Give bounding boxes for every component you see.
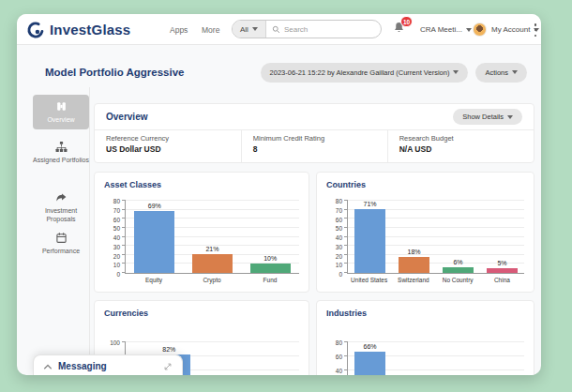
actions-dropdown-label: Actions (485, 68, 508, 77)
sidebar-item-overview[interactable]: Overview (33, 95, 89, 129)
sitemap-icon (55, 141, 68, 153)
overview-card: Overview Show Details Reference Currency… (94, 103, 534, 163)
countries-card: Countries 0102030405060708071%18%6%5%Uni… (316, 172, 534, 293)
header-actions: 2023-06-21 15:22 by Alexandre Gaillard (… (261, 63, 527, 83)
bar-row: 71%18%6%5% (348, 201, 524, 273)
overview-card-header: Overview Show Details (95, 104, 534, 130)
sidebar-item-label: Performance (42, 247, 80, 255)
notification-badge: 10 (400, 16, 413, 27)
x-axis-category-label: Crypto (183, 277, 241, 283)
bar-row: 66% (348, 342, 524, 375)
asset-classes-chart: 0102030405060708069%21%10%EquityCryptoFu… (104, 201, 299, 283)
version-dropdown[interactable]: 2023-06-21 15:22 by Alexandre Gaillard (… (261, 63, 469, 83)
bar (443, 267, 474, 273)
binoculars-icon (55, 100, 68, 113)
countries-chart: 0102030405060708071%18%6%5%United States… (326, 201, 524, 283)
y-axis-tick-label: 100 (110, 339, 120, 346)
y-axis-tick-label: 40 (336, 368, 342, 374)
x-axis-category-label: Equity (125, 277, 183, 283)
x-axis-category-label: Switzerland (391, 277, 435, 283)
y-axis-tick-label: 60 (113, 217, 120, 223)
meeting-dropdown-label: CRA Meeti... (420, 25, 462, 34)
search-filter-dropdown[interactable]: All (233, 21, 266, 38)
version-dropdown-label: 2023-06-21 15:22 by Alexandre Gaillard (… (270, 68, 450, 77)
y-axis-tick-label: 60 (336, 217, 342, 223)
y-axis-tick-label: 0 (116, 271, 120, 278)
y-axis-tick-label: 40 (336, 234, 342, 241)
top-navbar: InvestGlass Apps More All (17, 14, 541, 45)
bar (192, 254, 233, 273)
nav-link-more[interactable]: More (202, 14, 219, 45)
bar-value-label: 71% (363, 201, 376, 207)
bar-slot: 18% (392, 201, 436, 273)
overview-title: Overview (106, 112, 147, 122)
y-axis-tick-label: 50 (336, 225, 342, 232)
y-axis-tick-label: 0 (339, 271, 342, 278)
actions-dropdown[interactable]: Actions (475, 63, 527, 83)
chevron-down-icon (512, 70, 518, 74)
kebab-menu-icon[interactable] (530, 23, 541, 37)
bar (354, 352, 385, 375)
meeting-dropdown[interactable]: CRA Meeti... (420, 14, 472, 45)
y-axis-tick-label: 20 (113, 253, 120, 260)
bar (134, 211, 174, 273)
field-research-budget: Research Budget N/A USD (387, 130, 534, 162)
bar-slot: 71% (348, 201, 392, 273)
messaging-title: Messaging (58, 361, 158, 371)
sidebar-item-performance[interactable]: Performance (33, 232, 89, 255)
investglass-logo-icon (26, 21, 45, 39)
bar-slot: 69% (126, 201, 184, 273)
chevron-down-icon (507, 115, 513, 119)
desktop-background: InvestGlass Apps More All (0, 0, 572, 392)
bar-value-label: 18% (407, 249, 420, 255)
bar (487, 268, 518, 273)
bar-value-label: 6% (453, 259, 462, 265)
global-search: All (232, 20, 382, 38)
y-axis-tick-label: 60 (336, 354, 342, 360)
y-axis-tick-label: 30 (113, 244, 120, 250)
account-dropdown-label: My Account (491, 25, 530, 34)
bar (250, 264, 291, 273)
y-axis-tick-label: 30 (336, 244, 342, 250)
chevron-down-icon (466, 28, 472, 32)
field-label: Reference Currency (106, 134, 230, 143)
y-axis-tick-label: 20 (336, 253, 342, 260)
expand-icon[interactable] (163, 362, 173, 371)
bar-slot: 66% (348, 342, 392, 375)
page-header: Model Portfolio Aggressive 2023-06-21 15… (45, 59, 527, 85)
y-axis-tick-label: 80 (336, 339, 342, 346)
search-input[interactable] (284, 25, 375, 34)
x-axis-category-label: United States (347, 277, 391, 283)
sidebar-item-investment-proposals[interactable]: Investment Proposals (33, 191, 89, 223)
y-axis-tick-label: 40 (113, 234, 120, 241)
chevron-up-icon[interactable] (43, 363, 53, 370)
overview-fields: Reference Currency US Dollar USD Minimum… (95, 130, 534, 162)
x-axis-category-label: No Country (436, 277, 480, 283)
field-label: Minimum Credit Rating (253, 134, 376, 143)
chevron-down-icon (453, 70, 459, 74)
messaging-drawer[interactable]: Messaging (33, 354, 183, 375)
chart-title: Industries (326, 309, 524, 318)
chart-title: Currencies (104, 309, 299, 318)
asset-classes-card: Asset Classes 0102030405060708069%21%10%… (94, 172, 309, 293)
show-details-dropdown[interactable]: Show Details (453, 109, 522, 125)
curved-arrow-icon (55, 191, 68, 204)
field-reference-currency: Reference Currency US Dollar USD (95, 130, 241, 162)
search-icon (272, 25, 280, 34)
y-axis-tick-label: 80 (336, 198, 342, 204)
industries-card: Industries 02040608066% (316, 300, 534, 375)
search-field-wrap (266, 21, 381, 38)
y-axis-tick-label: 70 (336, 207, 342, 214)
field-value: US Dollar USD (106, 144, 230, 154)
app-window: InvestGlass Apps More All (17, 14, 541, 375)
sidebar-item-label: Investment Proposals (33, 206, 89, 223)
avatar[interactable] (473, 23, 487, 37)
search-filter-label: All (240, 25, 248, 34)
y-axis-tick-label: 50 (113, 225, 120, 232)
nav-link-apps[interactable]: Apps (170, 14, 188, 45)
bar-slot: 10% (241, 201, 299, 273)
bar-row: 69%21%10% (126, 201, 299, 273)
sidebar-item-assigned-portfolios[interactable]: Assigned Portfolios (33, 141, 89, 164)
brand[interactable]: InvestGlass (26, 14, 130, 45)
notifications-button[interactable]: 10 (393, 21, 412, 39)
